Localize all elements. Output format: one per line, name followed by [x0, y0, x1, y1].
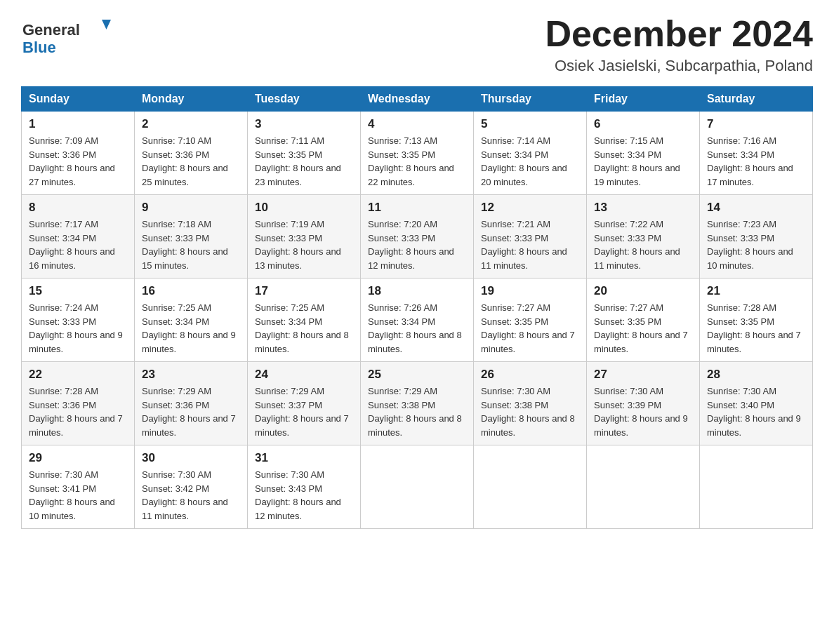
table-row: 9Sunrise: 7:18 AMSunset: 3:33 PMDaylight…	[135, 195, 248, 279]
day-number: 3	[255, 117, 353, 131]
table-row: 1Sunrise: 7:09 AMSunset: 3:36 PMDaylight…	[22, 112, 135, 195]
calendar-week-row: 1Sunrise: 7:09 AMSunset: 3:36 PMDaylight…	[22, 112, 813, 195]
calendar-week-row: 22Sunrise: 7:28 AMSunset: 3:36 PMDayligh…	[22, 362, 813, 445]
table-row: 28Sunrise: 7:30 AMSunset: 3:40 PMDayligh…	[700, 362, 813, 445]
table-row: 18Sunrise: 7:26 AMSunset: 3:34 PMDayligh…	[361, 279, 474, 362]
day-number: 5	[481, 117, 579, 131]
day-number: 9	[142, 201, 240, 215]
col-saturday: Saturday	[700, 87, 813, 112]
table-row: 26Sunrise: 7:30 AMSunset: 3:38 PMDayligh…	[474, 362, 587, 445]
table-row: 23Sunrise: 7:29 AMSunset: 3:36 PMDayligh…	[135, 362, 248, 445]
day-info: Sunrise: 7:25 AMSunset: 3:34 PMDaylight:…	[142, 301, 240, 356]
day-number: 19	[481, 284, 579, 298]
logo-svg: General Blue	[21, 14, 112, 56]
day-number: 30	[142, 451, 240, 465]
calendar-header-row: Sunday Monday Tuesday Wednesday Thursday…	[22, 87, 813, 112]
svg-text:Blue: Blue	[22, 39, 56, 56]
page-header: General Blue December 2024 Osiek Jasiels…	[21, 14, 813, 75]
day-info: Sunrise: 7:16 AMSunset: 3:34 PMDaylight:…	[707, 134, 805, 189]
day-info: Sunrise: 7:15 AMSunset: 3:34 PMDaylight:…	[594, 134, 692, 189]
day-number: 28	[707, 368, 805, 382]
day-number: 4	[368, 117, 466, 131]
day-info: Sunrise: 7:11 AMSunset: 3:35 PMDaylight:…	[255, 134, 353, 189]
table-row	[361, 445, 474, 529]
day-number: 21	[707, 284, 805, 298]
day-info: Sunrise: 7:27 AMSunset: 3:35 PMDaylight:…	[481, 301, 579, 356]
day-info: Sunrise: 7:24 AMSunset: 3:33 PMDaylight:…	[29, 301, 127, 356]
day-info: Sunrise: 7:23 AMSunset: 3:33 PMDaylight:…	[707, 217, 805, 272]
table-row: 7Sunrise: 7:16 AMSunset: 3:34 PMDaylight…	[700, 112, 813, 195]
day-number: 13	[594, 201, 692, 215]
table-row: 16Sunrise: 7:25 AMSunset: 3:34 PMDayligh…	[135, 279, 248, 362]
day-number: 16	[142, 284, 240, 298]
table-row: 22Sunrise: 7:28 AMSunset: 3:36 PMDayligh…	[22, 362, 135, 445]
table-row: 24Sunrise: 7:29 AMSunset: 3:37 PMDayligh…	[248, 362, 361, 445]
day-number: 22	[29, 368, 127, 382]
table-row	[700, 445, 813, 529]
day-info: Sunrise: 7:19 AMSunset: 3:33 PMDaylight:…	[255, 217, 353, 272]
day-info: Sunrise: 7:22 AMSunset: 3:33 PMDaylight:…	[594, 217, 692, 272]
day-number: 17	[255, 284, 353, 298]
col-monday: Monday	[135, 87, 248, 112]
day-info: Sunrise: 7:28 AMSunset: 3:35 PMDaylight:…	[707, 301, 805, 356]
day-number: 27	[594, 368, 692, 382]
table-row: 31Sunrise: 7:30 AMSunset: 3:43 PMDayligh…	[248, 445, 361, 529]
logo: General Blue	[21, 14, 112, 56]
table-row: 25Sunrise: 7:29 AMSunset: 3:38 PMDayligh…	[361, 362, 474, 445]
day-info: Sunrise: 7:20 AMSunset: 3:33 PMDaylight:…	[368, 217, 466, 272]
day-number: 7	[707, 117, 805, 131]
day-info: Sunrise: 7:30 AMSunset: 3:38 PMDaylight:…	[481, 384, 579, 439]
day-number: 18	[368, 284, 466, 298]
calendar-week-row: 15Sunrise: 7:24 AMSunset: 3:33 PMDayligh…	[22, 279, 813, 362]
day-info: Sunrise: 7:30 AMSunset: 3:42 PMDaylight:…	[142, 468, 240, 523]
table-row: 21Sunrise: 7:28 AMSunset: 3:35 PMDayligh…	[700, 279, 813, 362]
day-info: Sunrise: 7:14 AMSunset: 3:34 PMDaylight:…	[481, 134, 579, 189]
day-info: Sunrise: 7:26 AMSunset: 3:34 PMDaylight:…	[368, 301, 466, 356]
table-row: 8Sunrise: 7:17 AMSunset: 3:34 PMDaylight…	[22, 195, 135, 279]
day-number: 11	[368, 201, 466, 215]
col-thursday: Thursday	[474, 87, 587, 112]
month-title: December 2024	[545, 14, 813, 54]
day-info: Sunrise: 7:21 AMSunset: 3:33 PMDaylight:…	[481, 217, 579, 272]
day-number: 15	[29, 284, 127, 298]
day-info: Sunrise: 7:28 AMSunset: 3:36 PMDaylight:…	[29, 384, 127, 439]
svg-marker-1	[102, 20, 111, 29]
day-info: Sunrise: 7:10 AMSunset: 3:36 PMDaylight:…	[142, 134, 240, 189]
table-row: 15Sunrise: 7:24 AMSunset: 3:33 PMDayligh…	[22, 279, 135, 362]
day-info: Sunrise: 7:29 AMSunset: 3:38 PMDaylight:…	[368, 384, 466, 439]
day-number: 24	[255, 368, 353, 382]
day-number: 1	[29, 117, 127, 131]
table-row: 13Sunrise: 7:22 AMSunset: 3:33 PMDayligh…	[587, 195, 700, 279]
day-info: Sunrise: 7:13 AMSunset: 3:35 PMDaylight:…	[368, 134, 466, 189]
table-row: 27Sunrise: 7:30 AMSunset: 3:39 PMDayligh…	[587, 362, 700, 445]
day-number: 31	[255, 451, 353, 465]
day-info: Sunrise: 7:29 AMSunset: 3:37 PMDaylight:…	[255, 384, 353, 439]
col-sunday: Sunday	[22, 87, 135, 112]
day-number: 14	[707, 201, 805, 215]
day-number: 8	[29, 201, 127, 215]
day-info: Sunrise: 7:27 AMSunset: 3:35 PMDaylight:…	[594, 301, 692, 356]
calendar-week-row: 8Sunrise: 7:17 AMSunset: 3:34 PMDaylight…	[22, 195, 813, 279]
day-info: Sunrise: 7:30 AMSunset: 3:41 PMDaylight:…	[29, 468, 127, 523]
table-row: 3Sunrise: 7:11 AMSunset: 3:35 PMDaylight…	[248, 112, 361, 195]
table-row	[474, 445, 587, 529]
day-number: 20	[594, 284, 692, 298]
title-section: December 2024 Osiek Jasielski, Subcarpat…	[545, 14, 813, 75]
day-number: 12	[481, 201, 579, 215]
table-row: 29Sunrise: 7:30 AMSunset: 3:41 PMDayligh…	[22, 445, 135, 529]
day-number: 2	[142, 117, 240, 131]
calendar-table: Sunday Monday Tuesday Wednesday Thursday…	[21, 86, 813, 529]
day-info: Sunrise: 7:30 AMSunset: 3:43 PMDaylight:…	[255, 468, 353, 523]
day-info: Sunrise: 7:29 AMSunset: 3:36 PMDaylight:…	[142, 384, 240, 439]
table-row: 12Sunrise: 7:21 AMSunset: 3:33 PMDayligh…	[474, 195, 587, 279]
table-row: 4Sunrise: 7:13 AMSunset: 3:35 PMDaylight…	[361, 112, 474, 195]
day-number: 23	[142, 368, 240, 382]
day-info: Sunrise: 7:17 AMSunset: 3:34 PMDaylight:…	[29, 217, 127, 272]
table-row: 30Sunrise: 7:30 AMSunset: 3:42 PMDayligh…	[135, 445, 248, 529]
day-info: Sunrise: 7:09 AMSunset: 3:36 PMDaylight:…	[29, 134, 127, 189]
day-number: 26	[481, 368, 579, 382]
table-row: 11Sunrise: 7:20 AMSunset: 3:33 PMDayligh…	[361, 195, 474, 279]
day-number: 25	[368, 368, 466, 382]
day-info: Sunrise: 7:30 AMSunset: 3:40 PMDaylight:…	[707, 384, 805, 439]
day-info: Sunrise: 7:30 AMSunset: 3:39 PMDaylight:…	[594, 384, 692, 439]
